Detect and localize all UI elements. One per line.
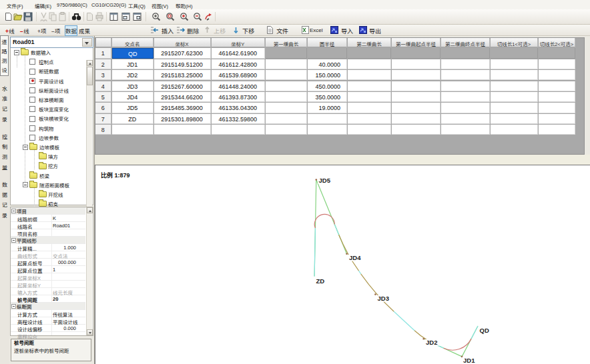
svg-text:QD: QD [480,327,489,334]
svg-text:JD2: JD2 [426,339,437,346]
svg-text:ZD: ZD [316,277,325,285]
svg-text:JD4: JD4 [349,254,361,261]
svg-text:JD5: JD5 [319,177,331,184]
svg-text:JD1: JD1 [463,357,475,364]
svg-text:JD3: JD3 [378,295,389,302]
